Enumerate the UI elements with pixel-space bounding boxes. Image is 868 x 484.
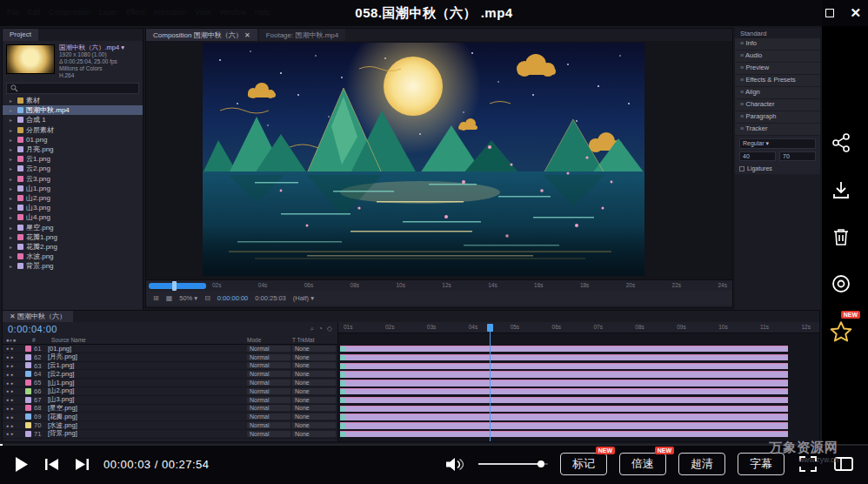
timeline-playhead[interactable] (490, 324, 491, 441)
timeline-ruler[interactable]: 01s02s03s04s05s06s07s08s09s10s11s12s (338, 322, 819, 333)
layer-duration-bar[interactable] (340, 413, 788, 420)
visibility-eye-icon[interactable]: ●● (3, 423, 25, 428)
timeline-search-icon[interactable]: ⌕ (310, 325, 314, 333)
workspace-selector[interactable]: Standard (735, 28, 820, 38)
layer-name[interactable]: [花瓣.png] (48, 413, 247, 421)
column-source-name[interactable]: Source Name (51, 337, 247, 343)
visibility-eye-icon[interactable]: ●● (3, 346, 25, 351)
project-item[interactable]: ▸ 背景.png (3, 261, 143, 271)
maximize-button[interactable] (825, 9, 834, 17)
layer-name[interactable]: [山2.png] (48, 387, 247, 395)
visibility-eye-icon[interactable]: ●● (3, 431, 25, 436)
theater-mode-button[interactable] (831, 454, 856, 474)
font-size-field[interactable]: 40 (739, 151, 776, 161)
close-button[interactable]: ✕ (850, 5, 861, 21)
layer-name[interactable]: [01.png] (48, 345, 247, 353)
subtitle-button[interactable]: 字幕 (738, 453, 785, 475)
trkmat-select[interactable]: None (292, 388, 336, 394)
layer-label-color[interactable] (25, 362, 31, 368)
project-tab[interactable]: Project (3, 29, 38, 41)
share-button[interactable] (831, 132, 851, 157)
blend-mode-select[interactable]: Normal (247, 431, 290, 437)
layer-duration-bar[interactable] (340, 354, 788, 360)
trkmat-select[interactable]: None (292, 380, 336, 386)
previous-button[interactable] (43, 456, 61, 473)
layer-duration-bar[interactable] (340, 431, 788, 437)
layer-name[interactable]: [水波.png] (48, 421, 247, 430)
font-style-select[interactable]: Regular ▾ (739, 138, 816, 149)
visibility-eye-icon[interactable]: ●● (3, 388, 25, 393)
column-trkmat[interactable]: T TrkMat (292, 337, 337, 343)
project-item[interactable]: ▸ 国潮中秋.mp4 (3, 105, 143, 115)
layer-duration-bar[interactable] (340, 371, 788, 377)
composition-viewport[interactable] (146, 41, 732, 279)
seek-bar[interactable] (0, 444, 868, 446)
mark-button[interactable]: 标记 NEW (560, 453, 607, 475)
project-item[interactable]: ▸ 合成 1 (3, 115, 143, 124)
panel-header[interactable]: Paragraph (735, 111, 820, 123)
project-item[interactable]: ▸ 云2.png (3, 164, 143, 173)
trkmat-select[interactable]: None (292, 362, 336, 368)
blend-mode-select[interactable]: Normal (247, 397, 290, 403)
layer-duration-bar[interactable] (340, 422, 788, 428)
comp-time-navigator[interactable]: 02s04s06s08s10s12s14s16s18s20s22s24s (146, 279, 732, 291)
blend-mode-select[interactable]: Normal (247, 405, 290, 411)
project-item[interactable]: ▸ 水波.png (3, 252, 143, 261)
project-item[interactable]: ▸ 山3.png (3, 203, 143, 212)
trkmat-select[interactable]: None (292, 431, 336, 437)
volume-button[interactable] (444, 455, 466, 474)
layer-label-color[interactable] (25, 431, 31, 437)
layer-duration-bar[interactable] (340, 346, 788, 352)
layer-label-color[interactable] (25, 405, 31, 411)
trkmat-select[interactable]: None (292, 371, 336, 377)
composition-tab[interactable]: Composition 国潮中秋（六） ✕ (146, 29, 257, 41)
blend-mode-select[interactable]: Normal (247, 413, 290, 420)
blend-mode-select[interactable]: Normal (247, 380, 290, 386)
layer-duration-bar[interactable] (340, 380, 788, 386)
trkmat-select[interactable]: None (292, 405, 336, 411)
visibility-eye-icon[interactable]: ●● (3, 372, 25, 377)
project-item[interactable]: ▸ 星空.png (3, 222, 143, 232)
visibility-eye-icon[interactable]: ●● (3, 406, 25, 411)
layer-label-color[interactable] (25, 388, 31, 394)
visibility-eye-icon[interactable]: ●● (3, 363, 25, 368)
panel-header[interactable]: Tracker (735, 124, 820, 135)
grid-icon[interactable]: ⊟ (204, 294, 210, 302)
project-item[interactable]: ▸ 云3.png (3, 174, 143, 184)
project-item[interactable]: ▸ 山4.png (3, 212, 143, 222)
layer-duration-bar[interactable] (340, 406, 788, 412)
project-search[interactable] (6, 83, 139, 94)
panel-header[interactable]: Info (735, 38, 820, 50)
panel-header[interactable]: Audio (735, 50, 820, 62)
layer-name[interactable]: [星空.png] (48, 404, 247, 413)
panel-header[interactable]: Character (735, 99, 820, 111)
trkmat-select[interactable]: None (292, 397, 336, 403)
channels-icon[interactable]: ▦ (166, 294, 173, 302)
layer-label-color[interactable] (25, 346, 31, 352)
layer-name[interactable]: [云2.png] (48, 370, 247, 379)
zoom-level[interactable]: 50% ▾ (179, 294, 197, 302)
layer-name[interactable]: [背景.png] (48, 429, 247, 438)
quality-button[interactable]: 超清 (678, 453, 725, 475)
record-button[interactable] (831, 273, 851, 298)
volume-knob[interactable] (537, 460, 544, 467)
delete-button[interactable] (831, 226, 851, 251)
layer-duration-bar[interactable] (340, 363, 788, 369)
layer-label-color[interactable] (25, 422, 31, 428)
layer-label-color[interactable] (25, 371, 31, 377)
visibility-eye-icon[interactable]: ●● (3, 380, 25, 386)
graph-editor-icon[interactable]: ◇ (327, 325, 332, 333)
layer-label-color[interactable] (25, 380, 31, 386)
project-item[interactable]: ▸ 山2.png (3, 193, 143, 203)
project-item[interactable]: ▸ 云1.png (3, 154, 143, 164)
volume-slider[interactable] (478, 463, 548, 465)
layer-duration-bar[interactable] (340, 397, 788, 403)
snapshot-icon[interactable]: ⊞ (153, 294, 159, 302)
speed-button[interactable]: 倍速 NEW (619, 453, 666, 475)
motion-blur-icon[interactable]: ◔ (318, 325, 323, 333)
next-button[interactable] (73, 456, 91, 473)
project-item[interactable]: ▸ 月亮.png (3, 145, 143, 154)
layer-label-color[interactable] (25, 354, 31, 360)
blend-mode-select[interactable]: Normal (247, 388, 290, 394)
play-button[interactable] (12, 454, 30, 474)
